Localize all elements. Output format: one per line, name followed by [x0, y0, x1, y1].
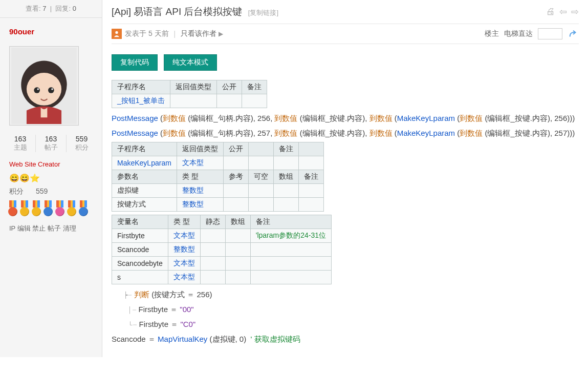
- variable-table: 变量名类 型静态数组备注Firstbyte文本型'lparam参数的24-31位…: [112, 215, 332, 284]
- svg-point-7: [115, 31, 118, 34]
- page-title: [Api] 易语言 API 后台模拟按键 [复制链接]: [112, 5, 278, 18]
- floor-input[interactable]: [538, 28, 562, 39]
- svg-point-4: [48, 87, 54, 93]
- svg-point-6: [51, 88, 53, 90]
- code-line: ┝┈判断 (按键方式 ＝ 256): [112, 287, 579, 301]
- ban-link[interactable]: 禁止: [32, 224, 46, 232]
- code-line: └┈Firstbyte ＝ "C0": [112, 317, 579, 331]
- code-line: PostMessage (到数值 (编辑框_句柄.内容), 257, 到数值 (…: [112, 126, 579, 140]
- rank-icons: 😄😄⭐: [0, 171, 102, 185]
- posts-link[interactable]: 帖子: [48, 224, 61, 232]
- medals: [0, 198, 102, 219]
- code-line: PostMessage (到数值 (编辑框_句柄.内容), 256, 到数值 (…: [112, 111, 579, 125]
- jump-icon[interactable]: [568, 28, 579, 39]
- avatar[interactable]: [9, 46, 79, 126]
- subroutine-table-2: 子程序名返回值类型公开备注 MakeKeyLparam文本型 参数名类 型参考可…: [112, 142, 324, 212]
- next-icon[interactable]: ⇨: [571, 6, 579, 17]
- plain-mode-button[interactable]: 纯文本模式: [164, 54, 217, 71]
- copy-code-button[interactable]: 复制代码: [112, 54, 158, 71]
- edit-link[interactable]: 编辑: [17, 224, 31, 232]
- author-stats: 163主题 163帖子 559积分: [0, 133, 102, 157]
- posted-time: 发表于 5 天前: [125, 29, 169, 38]
- author-username[interactable]: 90ouer: [0, 18, 102, 41]
- print-icon[interactable]: 🖨: [546, 6, 555, 17]
- floor-label: 楼主: [485, 29, 499, 38]
- code-line: │┈Firstbyte ＝ "00": [112, 302, 579, 316]
- svg-point-5: [37, 88, 39, 90]
- elevator-label: 电梯直达: [504, 29, 533, 38]
- mod-links: IP 编辑 禁止 帖子 清理: [0, 219, 102, 238]
- ip-link[interactable]: IP: [9, 224, 15, 232]
- author-badge-icon: [112, 29, 122, 39]
- svg-point-3: [34, 87, 40, 93]
- thread-stats: 查看: 7 | 回复: 0: [0, 0, 102, 18]
- author-role: Web Site Creator: [0, 157, 102, 171]
- caret-right-icon: ▶: [219, 30, 223, 37]
- only-author-link[interactable]: 只看该作者: [181, 29, 216, 38]
- prev-icon[interactable]: ⇦: [559, 6, 567, 17]
- score-line: 积分559: [0, 185, 102, 198]
- subroutine-table-1: 子程序名返回值类型公开备注 _按钮1_被单击: [112, 80, 267, 108]
- code-line: Scancode ＝ MapVirtualKey (虚拟键, 0) ' 获取虚拟…: [112, 332, 579, 346]
- copy-link[interactable]: [复制链接]: [248, 9, 278, 16]
- cleanup-link[interactable]: 清理: [63, 224, 76, 232]
